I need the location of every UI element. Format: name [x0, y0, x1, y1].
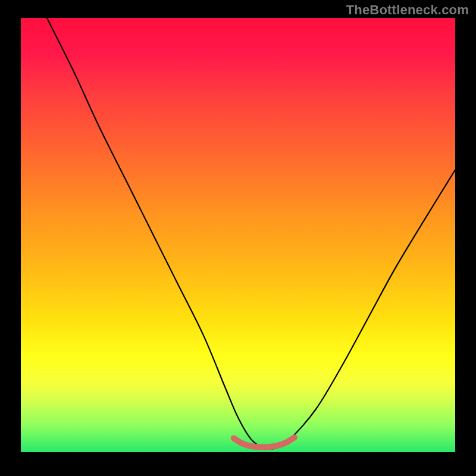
watermark-text: TheBottleneck.com	[346, 2, 469, 18]
bottleneck-curve	[47, 18, 455, 449]
chart-frame: TheBottleneck.com	[0, 0, 476, 476]
plot-area	[21, 18, 455, 452]
curve-svg	[21, 18, 455, 452]
optimal-flat-region	[234, 437, 295, 447]
